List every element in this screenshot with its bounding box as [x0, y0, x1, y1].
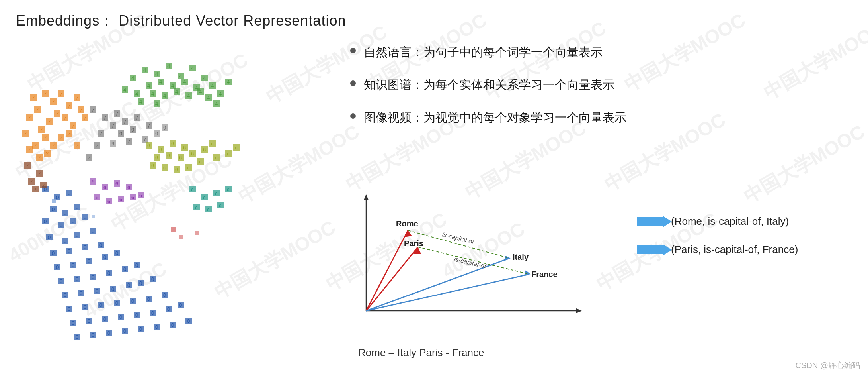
- svg-rect-29: [78, 106, 84, 113]
- svg-rect-57: [166, 63, 172, 69]
- svg-rect-75: [134, 90, 140, 97]
- svg-rect-41: [26, 146, 33, 153]
- svg-rect-169: [225, 150, 232, 157]
- svg-rect-161: [174, 166, 180, 173]
- svg-rect-309: [28, 178, 35, 185]
- svg-text:Rome: Rome: [396, 219, 418, 228]
- svg-rect-227: [122, 266, 128, 272]
- svg-rect-97: [154, 100, 160, 107]
- svg-rect-307: [138, 192, 144, 198]
- svg-rect-223: [90, 274, 96, 280]
- svg-rect-251: [114, 300, 120, 306]
- svg-rect-332: [52, 199, 56, 203]
- svg-text:France: France: [531, 270, 558, 279]
- svg-rect-153: [201, 146, 208, 153]
- svg-rect-63: [146, 82, 152, 89]
- bullet-dot-2: [350, 80, 356, 86]
- svg-rect-117: [118, 130, 124, 137]
- svg-rect-147: [166, 152, 172, 159]
- legend-arrow-1: [637, 217, 665, 226]
- svg-rect-163: [185, 164, 192, 171]
- svg-rect-135: [86, 154, 92, 161]
- svg-rect-21: [62, 114, 68, 121]
- svg-rect-27: [26, 114, 33, 121]
- svg-rect-157: [150, 162, 156, 169]
- svg-rect-87: [209, 82, 216, 89]
- svg-rect-197: [74, 232, 80, 238]
- svg-line-341: [366, 230, 408, 311]
- svg-rect-193: [46, 234, 53, 240]
- svg-rect-285: [154, 324, 160, 330]
- svg-rect-121: [146, 122, 152, 129]
- svg-rect-281: [122, 328, 128, 334]
- svg-rect-321: [201, 194, 208, 200]
- legend-arrow-2: [637, 245, 665, 254]
- svg-rect-25: [70, 122, 76, 129]
- legend-label-2: (Paris, is-capital-of, France): [671, 243, 798, 256]
- svg-rect-191: [82, 214, 88, 220]
- svg-rect-241: [138, 280, 144, 286]
- svg-rect-93: [225, 79, 232, 85]
- svg-rect-317: [40, 182, 47, 188]
- vector-diagram: Rome Paris Italy France is-capital-of is…: [334, 171, 605, 331]
- svg-rect-231: [62, 292, 68, 298]
- svg-rect-277: [90, 332, 96, 338]
- svg-rect-133: [162, 124, 168, 131]
- svg-rect-273: [178, 302, 184, 308]
- svg-rect-271: [166, 306, 172, 312]
- svg-rect-325: [225, 186, 232, 192]
- svg-rect-311: [36, 170, 43, 177]
- svg-rect-291: [90, 178, 96, 185]
- svg-rect-183: [74, 204, 80, 210]
- svg-rect-85: [197, 88, 204, 95]
- bullet-item-2: 知识图谱：为每个实体和关系学习一个向量表示: [350, 77, 844, 93]
- svg-rect-255: [146, 296, 152, 302]
- svg-rect-243: [150, 276, 156, 282]
- svg-rect-49: [74, 142, 80, 149]
- svg-rect-35: [58, 134, 64, 141]
- svg-rect-61: [189, 65, 196, 71]
- svg-rect-327: [193, 204, 200, 210]
- svg-rect-23: [42, 134, 49, 141]
- svg-rect-287: [170, 322, 176, 328]
- svg-rect-177: [66, 190, 72, 196]
- svg-rect-305: [130, 194, 136, 200]
- scatter-plot: 7 7 7 7 7 7 7 7 7 7 7 7 7 7 7 7 7 7 7 7 …: [12, 32, 291, 359]
- page-title: Embeddings： Distributed Vector Represent…: [16, 11, 346, 31]
- svg-rect-249: [98, 302, 104, 308]
- svg-rect-315: [32, 186, 39, 192]
- svg-rect-229: [134, 262, 140, 268]
- right-panel: 自然语言：为句子中的每个词学一个向量表示 知识图谱：为每个实体和关系学习一个向量…: [326, 32, 844, 142]
- svg-rect-81: [174, 88, 180, 95]
- svg-rect-33: [50, 142, 57, 149]
- svg-rect-3: [50, 98, 57, 105]
- svg-rect-213: [86, 258, 92, 264]
- svg-rect-303: [118, 196, 124, 202]
- svg-rect-115: [98, 130, 104, 137]
- svg-rect-289: [185, 318, 192, 324]
- bullet-list: 自然语言：为句子中的每个词学一个向量表示 知识图谱：为每个实体和关系学习一个向量…: [350, 44, 844, 126]
- svg-rect-334: [171, 227, 176, 232]
- bullet-dot-1: [350, 48, 356, 53]
- svg-rect-267: [134, 312, 140, 318]
- svg-text:Italy: Italy: [513, 253, 529, 261]
- svg-rect-209: [54, 264, 60, 270]
- svg-rect-65: [158, 79, 164, 85]
- svg-text:is-capital-of: is-capital-of: [453, 255, 487, 269]
- svg-rect-333: [92, 215, 95, 218]
- svg-text:is-capital-of: is-capital-of: [441, 231, 475, 245]
- svg-rect-205: [82, 244, 88, 250]
- svg-rect-151: [189, 150, 196, 157]
- svg-rect-259: [70, 320, 76, 326]
- svg-rect-83: [185, 92, 192, 99]
- svg-rect-53: [142, 67, 148, 73]
- svg-marker-348: [504, 256, 511, 261]
- svg-rect-47: [44, 150, 51, 157]
- svg-rect-263: [102, 316, 108, 322]
- svg-text:Paris: Paris: [404, 239, 423, 248]
- svg-rect-55: [154, 71, 160, 77]
- caption-text: Rome – Italy Paris - France: [358, 347, 484, 359]
- svg-rect-37: [36, 154, 43, 161]
- svg-rect-275: [74, 334, 80, 340]
- svg-rect-111: [122, 118, 128, 125]
